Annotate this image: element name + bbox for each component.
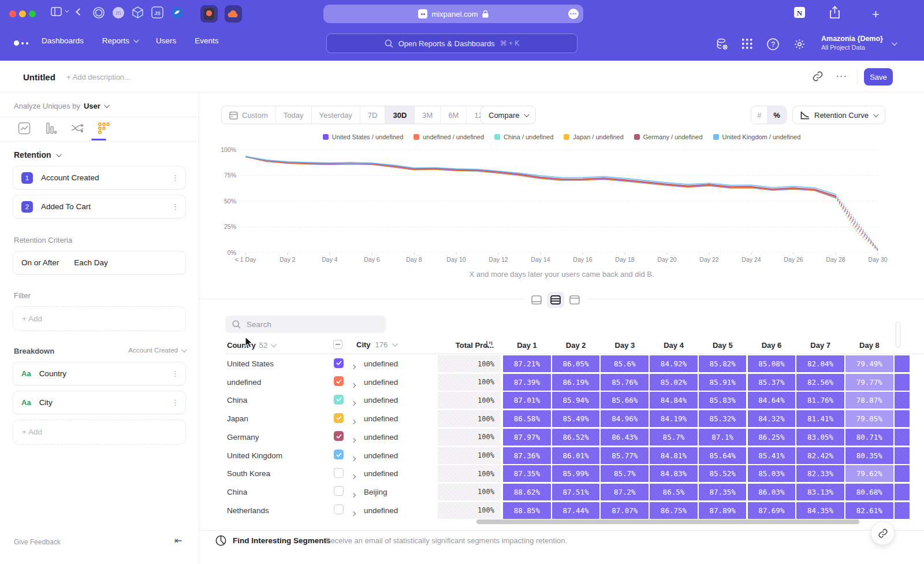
- cloud-extension-icon[interactable]: [225, 5, 242, 23]
- count-toggle-percent[interactable]: %: [767, 106, 786, 124]
- kebab-menu-icon[interactable]: ⋮: [172, 205, 177, 208]
- day-column-header[interactable]: Day 3: [601, 341, 649, 350]
- day-column-header[interactable]: Day 6: [748, 341, 796, 350]
- share-link-fab[interactable]: [871, 521, 895, 545]
- legend-item[interactable]: United States / undefined: [323, 133, 404, 140]
- give-feedback-link[interactable]: Give Feedback: [14, 538, 61, 546]
- tab-retention[interactable]: [97, 121, 111, 135]
- table-search-input[interactable]: Search: [225, 316, 386, 333]
- share-icon[interactable]: [829, 6, 840, 19]
- m-extension-icon[interactable]: m: [112, 6, 125, 19]
- save-button[interactable]: Save: [864, 68, 893, 86]
- expand-row-icon[interactable]: [352, 452, 355, 463]
- tab-funnels[interactable]: [44, 121, 58, 135]
- kebab-menu-icon[interactable]: ⋮: [172, 401, 177, 404]
- day-column-header[interactable]: Day 8: [845, 341, 893, 350]
- row-checkbox[interactable]: [334, 431, 344, 441]
- nav-link-dashboards[interactable]: Dashboards: [42, 36, 84, 45]
- record-extension-icon[interactable]: [200, 5, 218, 23]
- legend-item[interactable]: China / undefined: [494, 133, 553, 140]
- add-description-field[interactable]: + Add description...: [66, 73, 131, 81]
- report-title[interactable]: Untitled: [23, 72, 55, 82]
- retention-section-header[interactable]: Retention: [14, 150, 60, 159]
- row-checkbox[interactable]: [334, 504, 344, 514]
- day-column-header[interactable]: Day 5: [699, 341, 747, 350]
- row-checkbox[interactable]: [334, 395, 344, 405]
- city-column-header[interactable]: City 176: [333, 340, 396, 349]
- mixpanel-logo[interactable]: [14, 40, 28, 46]
- row-checkbox[interactable]: [334, 450, 344, 459]
- notion-icon[interactable]: N: [793, 6, 806, 18]
- project-switcher[interactable]: Amazonia {Demo} All Project Data: [821, 35, 883, 51]
- step-card-2[interactable]: 2 Added To Cart ⋮: [13, 195, 186, 218]
- extensions-menu-icon[interactable]: •••: [568, 9, 579, 19]
- row-checkbox[interactable]: [334, 468, 344, 478]
- step-card-1[interactable]: 1 Account Created ⋮: [13, 166, 186, 190]
- vertical-scrollbar[interactable]: [896, 322, 900, 347]
- breakdown-card-city[interactable]: Aa City ⋮: [13, 391, 186, 414]
- layout-chart-only-icon[interactable]: [528, 292, 545, 308]
- tab-insights[interactable]: [17, 121, 31, 135]
- copy-link-icon[interactable]: [812, 70, 825, 83]
- retention-criteria-card[interactable]: On or After Each Day: [13, 251, 186, 274]
- legend-item[interactable]: United Kingdom / undefined: [713, 133, 801, 140]
- target-extension-icon[interactable]: [92, 6, 105, 19]
- sort-descending-icon[interactable]: [485, 340, 493, 348]
- expand-row-icon[interactable]: [352, 379, 355, 389]
- add-breakdown-button[interactable]: + Add: [13, 420, 186, 444]
- settings-gear-icon[interactable]: [792, 37, 806, 51]
- global-search-button[interactable]: Open Reports & Dashboards ⌘ + K: [326, 34, 578, 53]
- horizontal-scrollbar[interactable]: [476, 520, 859, 524]
- range-button-6m[interactable]: 6M: [440, 106, 466, 124]
- row-checkbox[interactable]: [334, 486, 344, 496]
- breakdown-card-country[interactable]: Aa Country ⋮: [13, 362, 186, 385]
- tab-flows[interactable]: [70, 121, 84, 135]
- range-button-today[interactable]: Today: [275, 106, 311, 124]
- expand-row-icon[interactable]: [352, 361, 355, 371]
- new-tab-icon[interactable]: +: [872, 7, 880, 22]
- day-column-header[interactable]: Day 4: [650, 341, 698, 350]
- kebab-menu-icon[interactable]: ⋮: [172, 372, 177, 375]
- expand-row-icon[interactable]: [352, 507, 355, 518]
- layout-split-icon[interactable]: [547, 292, 564, 308]
- day-column-header[interactable]: Day 1: [503, 341, 551, 350]
- apps-grid-icon[interactable]: [740, 37, 754, 51]
- zoom-window-button[interactable]: [29, 10, 36, 17]
- expand-row-icon[interactable]: [352, 415, 355, 426]
- minimize-window-button[interactable]: [19, 10, 26, 17]
- help-icon[interactable]: ?: [766, 37, 780, 51]
- compare-button[interactable]: Compare: [480, 106, 536, 124]
- expand-row-icon[interactable]: [352, 397, 355, 407]
- nav-link-users[interactable]: Users: [156, 36, 176, 45]
- criteria-on-or-after[interactable]: On or After: [21, 258, 59, 267]
- legend-item[interactable]: Japan / undefined: [564, 133, 623, 140]
- row-checkbox[interactable]: [334, 376, 344, 386]
- layout-table-only-icon[interactable]: [566, 292, 583, 308]
- day-column-header[interactable]: Day 2: [552, 341, 600, 350]
- sidebar-toggle-icon[interactable]: [51, 7, 62, 16]
- row-checkbox[interactable]: [334, 413, 344, 423]
- legend-item[interactable]: Germany / undefined: [634, 133, 703, 140]
- more-options-button[interactable]: ...: [836, 69, 847, 79]
- close-window-button[interactable]: [9, 10, 16, 17]
- address-bar[interactable]: mixpanel.com •••: [323, 5, 583, 23]
- country-column-header[interactable]: Country 52: [227, 341, 275, 350]
- row-checkbox[interactable]: [334, 358, 344, 368]
- collapse-sidebar-icon[interactable]: ⇤: [174, 535, 182, 546]
- expand-row-icon[interactable]: [352, 434, 355, 444]
- kebab-menu-icon[interactable]: ⋮: [172, 176, 177, 179]
- data-management-icon[interactable]: [715, 37, 729, 51]
- expand-row-icon[interactable]: [352, 470, 355, 481]
- day-column-header[interactable]: Day 7: [796, 341, 844, 350]
- range-button-3m[interactable]: 3M: [414, 106, 440, 124]
- nav-link-reports[interactable]: Reports: [102, 36, 137, 45]
- range-button-custom[interactable]: Custom: [222, 106, 275, 124]
- nav-link-events[interactable]: Events: [195, 36, 218, 45]
- count-toggle-number[interactable]: #: [751, 106, 767, 124]
- bird-extension-icon[interactable]: [171, 6, 184, 19]
- analyze-uniques-selector[interactable]: Analyze Uniques by User: [14, 102, 108, 110]
- chart-type-dropdown[interactable]: Retention Curve: [792, 106, 885, 124]
- range-button-yesterday[interactable]: Yesterday: [311, 106, 360, 124]
- find-segments-title[interactable]: Find Interesting Segments: [233, 536, 331, 545]
- criteria-each-day[interactable]: Each Day: [74, 258, 108, 267]
